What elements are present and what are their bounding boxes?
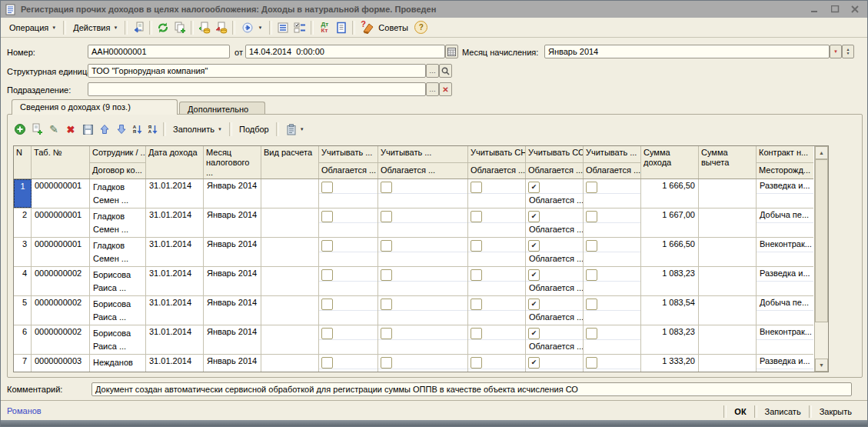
cell-tax-month[interactable]: Январь 2014: [204, 267, 261, 295]
date-input[interactable]: 14.04.2014 0:00:00: [245, 45, 445, 58]
table-row[interactable]: 70000000003НеждановМихаил31.01.2014Январ…: [14, 355, 813, 372]
cell-check-so[interactable]: ✔Облагается ...: [526, 355, 584, 372]
cell-check-5[interactable]: [584, 238, 641, 266]
cell-check-5[interactable]: [584, 267, 641, 295]
checkbox[interactable]: [586, 299, 597, 310]
checkbox[interactable]: [321, 211, 333, 222]
cell-income-sum[interactable]: 1 083,23: [641, 267, 699, 295]
structural-unit-input[interactable]: ТОО "Горнорудная компания": [88, 64, 426, 78]
cell-tab-no[interactable]: 0000000001: [32, 238, 90, 266]
column-header-income-date[interactable]: Дата дохода: [146, 146, 204, 178]
cell-contract[interactable]: Внеконтрак...: [757, 325, 813, 354]
cell-check-1[interactable]: [319, 355, 378, 372]
cell-calc-kind[interactable]: [261, 355, 319, 372]
cell-check-1[interactable]: [319, 208, 378, 237]
checkbox[interactable]: [586, 269, 597, 281]
ellipsis-button[interactable]: …: [426, 64, 439, 78]
cell-check-so[interactable]: ✔Облагается ...: [526, 208, 584, 237]
cell-employee[interactable]: БорисоваРаиса ...: [90, 325, 146, 354]
selected-cell[interactable]: 1: [14, 179, 32, 208]
cell-contract[interactable]: Внеконтрак...: [757, 238, 813, 266]
column-header-n[interactable]: N: [14, 146, 32, 178]
cell-income-sum[interactable]: 1 083,54: [641, 296, 699, 325]
scroll-up-icon[interactable]: ▲: [815, 146, 828, 159]
arrow-into-document-icon[interactable]: [130, 19, 147, 36]
cell-tax-month[interactable]: Январь 2014: [204, 355, 261, 372]
tab-income-details[interactable]: Сведения о доходах (9 поз.): [12, 99, 178, 115]
pick-button[interactable]: Подбор: [234, 122, 274, 136]
cell-check-so[interactable]: ✔Облагается ...: [526, 267, 584, 295]
actions-menu[interactable]: Действия▼: [68, 21, 122, 35]
tab-additional[interactable]: Дополнительно: [179, 102, 265, 115]
department-input[interactable]: [88, 82, 426, 96]
dropdown-arrow-icon[interactable]: ▼: [830, 45, 842, 58]
checkbox[interactable]: [321, 328, 333, 339]
checkbox[interactable]: ✔: [528, 240, 540, 252]
clipboard-button[interactable]: ▼: [281, 122, 309, 138]
cell-check-5[interactable]: [584, 296, 641, 325]
cell-check-2[interactable]: [378, 238, 468, 266]
scroll-down-icon[interactable]: ▼: [815, 359, 828, 372]
advice-button[interactable]: ? Советы: [358, 19, 412, 36]
cell-calc-kind[interactable]: [261, 267, 319, 295]
checkbox[interactable]: ✔: [528, 357, 540, 369]
cell-check-2[interactable]: [378, 355, 468, 372]
cell-check-5[interactable]: [584, 179, 641, 208]
cell-check-so[interactable]: ✔Облагается ...: [526, 179, 584, 208]
checkbox[interactable]: [381, 211, 392, 222]
checkbox[interactable]: [321, 240, 333, 252]
column-header-tax-month[interactable]: Месяц налогового ...: [204, 146, 261, 178]
close-icon[interactable]: [847, 3, 863, 15]
cell-calc-kind[interactable]: [261, 238, 319, 266]
checkbox[interactable]: [471, 211, 482, 222]
checkbox[interactable]: ✔: [528, 211, 540, 222]
minimize-icon[interactable]: [807, 3, 823, 15]
cell-income-date[interactable]: 31.01.2014: [146, 296, 204, 325]
cell-income-sum[interactable]: 1 667,00: [641, 208, 699, 237]
cell-n[interactable]: 4: [14, 267, 32, 295]
checkbox[interactable]: ✔: [528, 328, 540, 339]
ellipsis-button[interactable]: …: [426, 82, 439, 96]
cell-tax-month[interactable]: Январь 2014: [204, 325, 261, 354]
checkbox[interactable]: [586, 357, 597, 369]
cell-check-sn[interactable]: [468, 355, 526, 372]
checkbox[interactable]: [381, 299, 392, 310]
cell-income-date[interactable]: 31.01.2014: [146, 355, 204, 372]
table-row[interactable]: 50000000002БорисоваРаиса ...31.01.2014Ян…: [14, 296, 813, 325]
cell-tab-no[interactable]: 0000000002: [32, 267, 90, 295]
cell-check-1[interactable]: [319, 325, 378, 354]
unpost-document-icon[interactable]: [213, 19, 230, 36]
clear-icon[interactable]: ✕: [439, 82, 452, 96]
cell-check-2[interactable]: [378, 296, 468, 325]
ok-button[interactable]: ОК: [727, 404, 753, 419]
cell-employee[interactable]: ГладковСемен ...: [90, 238, 146, 266]
cell-deduction-sum[interactable]: [699, 238, 757, 266]
cell-calc-kind[interactable]: [261, 208, 319, 237]
cell-deduction-sum[interactable]: [699, 355, 757, 372]
cell-tab-no[interactable]: 0000000002: [32, 296, 90, 325]
table-row[interactable]: 10000000001ГладковСемен ...31.01.2014Янв…: [14, 179, 813, 208]
cell-check-sn[interactable]: [468, 238, 526, 266]
cell-deduction-sum[interactable]: [699, 296, 757, 325]
cell-check-1[interactable]: [319, 296, 378, 325]
cell-tab-no[interactable]: 0000000001: [32, 208, 90, 237]
spinner-buttons[interactable]: ▲▼: [842, 45, 854, 58]
post-document-icon[interactable]: [196, 19, 213, 36]
checkbox[interactable]: ✔: [528, 299, 540, 310]
move-down-icon[interactable]: [113, 121, 130, 138]
cell-income-sum[interactable]: 1 666,50: [641, 238, 699, 266]
cell-calc-kind[interactable]: [261, 296, 319, 325]
column-header-calc-kind[interactable]: Вид расчета: [261, 146, 319, 178]
column-header-employee[interactable]: Сотрудник / ...Договор ко...: [90, 146, 146, 178]
checkbox[interactable]: [586, 328, 597, 339]
column-header-contract[interactable]: Контракт н...Месторожд...: [757, 146, 813, 178]
scrollbar-thumb[interactable]: [815, 159, 828, 322]
cell-n[interactable]: 5: [14, 296, 32, 325]
table-row[interactable]: 20000000001ГладковСемен ...31.01.2014Янв…: [14, 208, 813, 238]
cell-check-so[interactable]: ✔Облагается ...: [526, 296, 584, 325]
cell-check-sn[interactable]: [468, 208, 526, 237]
copy-row-icon[interactable]: [28, 121, 45, 138]
cell-calc-kind[interactable]: [261, 179, 319, 208]
column-header-check-5[interactable]: Учитывать ...Облагается ...: [584, 146, 641, 178]
checkbox[interactable]: [321, 357, 333, 369]
